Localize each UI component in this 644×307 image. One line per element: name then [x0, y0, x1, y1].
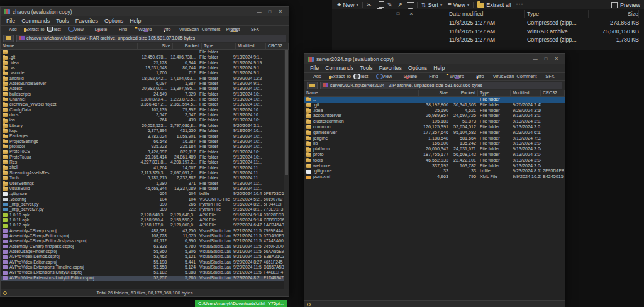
- file-row[interactable]: clustercommon 105,183 50,873 File folder…: [304, 119, 565, 125]
- column-header-modified[interactable]: Modified: [236, 43, 266, 49]
- up-one-level-button[interactable]: [307, 82, 318, 89]
- toolbar-button[interactable]: Info: [469, 74, 492, 79]
- file-row[interactable]: accountserver 26,989,857 24,697,725 File…: [304, 113, 565, 119]
- column-header-crc32[interactable]: CRC32: [266, 43, 289, 49]
- column-header-size[interactable]: Size: [589, 10, 639, 18]
- file-row[interactable]: shell 41,264 14,007 File folder 9/13/202…: [1, 165, 284, 170]
- file-row[interactable]: AVProVideo.Extensions.UnityUI.csproj 53,…: [1, 270, 284, 275]
- file-row[interactable]: platform 26,060,347 24,631,671 File fold…: [304, 147, 565, 152]
- delete-button[interactable]: [405, 1, 416, 9]
- file-row[interactable]: clientNew_WwiseProject 3,366,467,2... 2,…: [1, 102, 284, 107]
- file-row[interactable]: webcore 337,192 163,782 File folder 9/13…: [304, 164, 565, 169]
- file-row[interactable]: android 18,092,042... 17,104,063... File…: [1, 76, 284, 81]
- file-row[interactable]: _http_server27.py 389 222 Python File 9/…: [1, 207, 284, 212]
- file-row[interactable]: logs 5,377,394 431,530 File folder 9/13/…: [1, 128, 284, 133]
- menu-item[interactable]: Commands: [322, 64, 357, 72]
- file-row[interactable]: .vs 13,531,648 80,744 File folder 9/13/2…: [1, 65, 284, 70]
- toolbar-button[interactable]: Find: [422, 74, 445, 79]
- column-header-name[interactable]: Name: [1, 43, 138, 49]
- toolbar-button[interactable]: Test: [46, 27, 68, 32]
- column-header-type[interactable]: Type: [525, 10, 589, 18]
- close-button[interactable]: [275, 8, 286, 15]
- maximize-button[interactable]: [541, 55, 551, 62]
- toolbar-button[interactable]: Find: [112, 27, 134, 32]
- toolbar-button[interactable]: SFX: [538, 74, 562, 79]
- file-row[interactable]: AssetBundleServer 6,097 1,987 File folde…: [1, 81, 284, 86]
- file-row[interactable]: Channel 1,300,873,4... 1,223,873,5... Fi…: [1, 97, 284, 102]
- menu-item[interactable]: Tools: [53, 17, 72, 25]
- menu-item[interactable]: Commands: [18, 17, 53, 25]
- minimize-button[interactable]: [530, 55, 540, 62]
- file-row[interactable]: AVProVideo.Extensions.Timeline.csproj 53…: [1, 265, 284, 270]
- toolbar-button[interactable]: Protect: [222, 27, 244, 32]
- toolbar-button[interactable]: Add: [2, 27, 24, 32]
- column-header-packed[interactable]: Packed: [173, 43, 202, 49]
- title-bar[interactable]: server2024.zip (evaluation copy): [304, 54, 565, 64]
- menu-item[interactable]: Options: [101, 17, 126, 25]
- copy-button[interactable]: [374, 1, 385, 9]
- file-row[interactable]: AssetUsageFinder.csproj 55,960 5,306 Vis…: [1, 249, 284, 254]
- column-header-packed[interactable]: Packed: [450, 90, 478, 96]
- menu-item[interactable]: File: [307, 64, 322, 72]
- file-row[interactable]: Packages 3,782,024 1,058,901 File folder…: [1, 134, 284, 139]
- maximize-button[interactable]: [265, 8, 275, 15]
- sort-button[interactable]: Sort: [419, 1, 445, 9]
- minimize-button[interactable]: [254, 8, 264, 15]
- file-row[interactable]: .git 12,450,678... 12,406,738... File fo…: [1, 55, 284, 60]
- explorer-file-row[interactable]: 11/8/2025 1:27 AM Compressed (zipp... 1,…: [332, 36, 644, 45]
- file-row[interactable]: common 126,125,391 52,654,512 File folde…: [304, 125, 565, 130]
- menu-item[interactable]: Help: [430, 64, 448, 72]
- toolbar-button[interactable]: Test: [352, 74, 375, 79]
- file-row[interactable]: ConfigData 105,139 79,892 File folder 9/…: [1, 108, 284, 113]
- file-row[interactable]: AVProVideo.Demos.csproj 53,462 5,121 Vis…: [1, 254, 284, 259]
- toolbar-button[interactable]: Extract To: [329, 74, 352, 79]
- file-row[interactable]: StreamingAssetsRes 2,113,325,3... 2,097,…: [1, 170, 284, 176]
- column-header-type[interactable]: Type: [478, 90, 511, 96]
- see-more-button[interactable]: [514, 1, 526, 9]
- file-row[interactable]: Res 4,227,831,8... 4,208,197,2... File f…: [1, 160, 284, 165]
- toolbar-button[interactable]: Delete: [399, 74, 422, 79]
- file-row[interactable]: jengine 1,188,548 581,664 File folder 9/…: [304, 136, 565, 142]
- file-row[interactable]: pom.xml 4,963 795 XML File 9/9/2024 10:2…: [304, 174, 565, 180]
- toolbar-button[interactable]: View: [68, 27, 90, 32]
- explorer-file-row[interactable]: 11/8/2025 1:27 AM WinRAR archive 75,580,…: [332, 28, 644, 36]
- file-row[interactable]: .idea 25,190 4,621 File folder 9/29/2024…: [304, 108, 565, 114]
- column-header-crc32[interactable]: CRC32: [541, 90, 565, 96]
- toolbar-button[interactable]: Comment: [200, 27, 222, 32]
- cut-button[interactable]: [364, 1, 374, 9]
- file-row[interactable]: .vscode 1,700 712 File folder 9/13/2024 …: [1, 70, 284, 75]
- toolbar-button[interactable]: Add: [306, 74, 329, 79]
- view-button[interactable]: View: [445, 1, 472, 9]
- column-header-name[interactable]: Name: [304, 90, 419, 96]
- explorer-file-row[interactable]: 11/8/2025 1:27 AM Compressed (zipp... 27…: [332, 19, 644, 28]
- file-row[interactable]: gameserver 177,357,646 95,104,583 File f…: [304, 130, 565, 136]
- file-row[interactable]: .. File folder: [1, 50, 284, 55]
- menu-item[interactable]: File: [3, 17, 18, 25]
- file-row[interactable]: Tools 5,785,215 2,232,882 File folder 9/…: [1, 176, 284, 181]
- file-row[interactable]: Assembly-CSharp-Editor-firstpass.csproj …: [1, 238, 284, 243]
- close-button[interactable]: [552, 55, 562, 62]
- file-row[interactable]: 1.0.11.apk 2,158,960,4... 2,158,590,2...…: [1, 218, 284, 223]
- toolbar-button[interactable]: Extract To: [24, 27, 46, 32]
- file-row[interactable]: visualBuild 45,668,344 13,337,089 File f…: [1, 186, 284, 191]
- file-row[interactable]: .vsconfig 104 104 VSCONFIG File 9/12/202…: [1, 197, 284, 202]
- up-one-level-button[interactable]: [3, 35, 14, 42]
- file-row[interactable]: ios 764 439 File folder 9/13/2024 10:...: [1, 118, 284, 123]
- file-row[interactable]: proto 187,755,177 56,608,142 File folder…: [304, 152, 565, 158]
- menu-item[interactable]: Options: [405, 64, 430, 72]
- column-header-date-modified[interactable]: Date modified: [448, 10, 525, 18]
- scrollbar-thumb[interactable]: [285, 50, 288, 175]
- file-row[interactable]: Assembly-CSharp-firstpass.csproj 63,838 …: [1, 244, 284, 249]
- file-row[interactable]: Assembly-CSharp.csproj 488,081 43,256 Vi…: [1, 228, 284, 233]
- share-button[interactable]: [395, 1, 405, 9]
- file-row[interactable]: Assembly-CSharp-Editor.csproj 108,728 11…: [1, 233, 284, 238]
- extract-all-button[interactable]: Extract all: [475, 1, 514, 9]
- column-header-size[interactable]: Size: [138, 43, 173, 49]
- vertical-scrollbar[interactable]: [284, 50, 289, 289]
- file-row[interactable]: .. File folder: [304, 97, 565, 103]
- menu-item[interactable]: Favorites: [72, 17, 101, 25]
- file-row[interactable]: UserSettings 1,280 371 File folder 9/13/…: [1, 181, 284, 186]
- file-row[interactable]: ProjectSettings 66,548 16,287 File folde…: [1, 139, 284, 144]
- toolbar-button[interactable]: Info: [156, 27, 178, 32]
- close-button[interactable]: [408, 11, 415, 17]
